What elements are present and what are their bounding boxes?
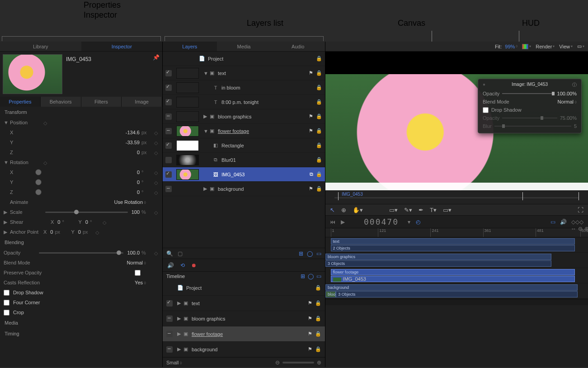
value-pos-x[interactable]: -134.6	[126, 130, 141, 135]
lock-icon[interactable]: 🔒	[316, 186, 322, 192]
timeline-scrollbar[interactable]	[325, 299, 588, 305]
value-scale[interactable]: 100	[132, 209, 141, 215]
keyframe-icon[interactable]: ◇	[95, 230, 100, 234]
disclosure-icon[interactable]: ▼	[203, 71, 207, 76]
behaviors-icon[interactable]: ◯	[307, 250, 313, 257]
clip-text[interactable]: text	[331, 238, 575, 245]
visibility-checkbox[interactable]	[165, 85, 172, 91]
record-icon[interactable]: ⏺	[191, 262, 197, 269]
subtab-filters[interactable]: Filters	[81, 97, 122, 107]
view-menu[interactable]: View▾	[559, 44, 573, 49]
visibility-checkbox[interactable]	[166, 316, 173, 322]
flag-icon[interactable]: ⚑	[309, 128, 313, 134]
in-marker[interactable]	[338, 192, 339, 200]
keyframe-icon[interactable]: ◇	[154, 130, 159, 135]
layer-row-time[interactable]: T8:00 p.m. tonight🔒	[163, 95, 325, 109]
visibility-checkbox[interactable]	[165, 70, 172, 76]
zoom-slider[interactable]	[282, 362, 314, 363]
value-rot-y[interactable]: 0	[137, 179, 141, 185]
value-rot-z[interactable]: 0	[137, 189, 141, 195]
flag-icon[interactable]: ⚑	[309, 186, 313, 192]
track-bloom[interactable]: bloom graphics 3 Objects	[325, 253, 588, 268]
rect-tool-icon[interactable]: ▭▾	[389, 207, 398, 213]
layout-icon[interactable]: ▢	[178, 250, 183, 257]
checkbox-dropshadow[interactable]	[4, 290, 9, 296]
tab-layers[interactable]: Layers	[163, 42, 217, 51]
timecode[interactable]: 000470	[364, 217, 399, 226]
pan-tool-icon[interactable]: ✋▾	[353, 207, 363, 213]
filters-icon[interactable]: ⊞	[301, 273, 305, 279]
keyframe-icon[interactable]: ◇	[154, 170, 159, 175]
lock-icon[interactable]: 🔒	[316, 99, 322, 105]
visibility-checkbox[interactable]	[165, 157, 172, 163]
visibility-checkbox[interactable]	[165, 142, 172, 149]
track-background[interactable]: background bloo 3 Objects	[325, 283, 588, 299]
pen-tool-icon[interactable]: ✒	[419, 207, 423, 213]
keyframe-icon[interactable]: ◇	[154, 210, 159, 214]
timeline-ruler[interactable]: 1 121 241 361 481 601 ↔ ⊖ ⊕	[325, 228, 588, 237]
audio-icon[interactable]: 🔊	[167, 262, 174, 269]
flag-icon[interactable]: ⚑	[308, 331, 312, 337]
clip-flower-sub[interactable]: IMG_0453	[331, 276, 575, 282]
disclosure-icon[interactable]: ▶	[177, 331, 181, 337]
flag-icon[interactable]: ⚑	[309, 113, 313, 119]
keyframe-icon[interactable]: ◇	[154, 250, 159, 255]
keyframe-icon[interactable]: ◇	[154, 180, 159, 184]
visibility-checkbox[interactable]	[166, 300, 173, 307]
loop-icon[interactable]: ⟲	[180, 262, 185, 269]
canvas-viewport[interactable]: 8:00 p.m. tonight in bloom Image: IMG_04…	[325, 52, 588, 190]
lock-icon[interactable]: 🔒	[316, 70, 322, 76]
rotation-dial[interactable]	[35, 179, 42, 185]
checkbox-preserve-opacity[interactable]	[135, 270, 141, 276]
dropdown-blendmode[interactable]: Normal	[127, 260, 148, 265]
disclosure-icon[interactable]: ▶	[177, 300, 181, 306]
opacity-slider[interactable]	[39, 252, 123, 254]
disclosure-icon[interactable]: ▶	[177, 346, 181, 352]
masks-icon[interactable]: ▭	[316, 273, 321, 279]
lock-icon[interactable]: 🔒	[315, 300, 321, 306]
disclosure-icon[interactable]: ▶	[203, 186, 207, 192]
flag-icon[interactable]: ⚑	[308, 346, 312, 352]
lock-icon[interactable]: 🔒	[316, 128, 322, 134]
rotation-dial[interactable]	[35, 189, 42, 195]
lock-icon[interactable]: 🔒	[315, 346, 321, 352]
value-pos-y[interactable]: -33.59	[126, 140, 141, 145]
visibility-checkbox[interactable]	[165, 171, 172, 178]
value-anchor-y[interactable]: 0	[78, 229, 83, 235]
zoom-out-icon[interactable]: ⊖	[275, 359, 280, 366]
skip-back-icon[interactable]: ⏮	[330, 219, 335, 225]
value-rot-x[interactable]: 0	[137, 170, 141, 175]
dropdown-animate[interactable]: Use Rotation	[114, 199, 148, 205]
dropdown-casts[interactable]: Yes	[135, 280, 148, 285]
zoom-in-icon[interactable]: ⊕	[317, 359, 321, 366]
play-icon[interactable]: ▶	[341, 219, 345, 225]
timecode-menu-icon[interactable]: ▾	[408, 219, 410, 225]
value-anchor-x[interactable]: 0	[50, 229, 55, 235]
layer-row-blur[interactable]: ⧉Blur01🔒	[163, 153, 325, 167]
flag-icon[interactable]: ⚑	[308, 300, 312, 306]
video-icon[interactable]: ▭	[550, 219, 555, 225]
keyframe-icon[interactable]: ◇	[43, 120, 48, 125]
checkbox-fourcorner[interactable]	[4, 300, 9, 306]
clip-text-sub[interactable]: 2 Objects	[331, 245, 575, 251]
tab-audio[interactable]: Audio	[271, 42, 325, 51]
value-shear-y[interactable]: 0	[85, 219, 90, 225]
colorwell[interactable]	[522, 44, 528, 49]
keyframe-icon[interactable]: ◇	[103, 220, 107, 224]
clip-background[interactable]: background	[325, 284, 578, 291]
value-shear-x[interactable]: 0	[57, 219, 62, 225]
zoom-in-icon[interactable]: ⊕	[584, 226, 588, 232]
disclosure-icon[interactable]: ▼	[4, 120, 8, 125]
clock-icon[interactable]: ◴	[416, 219, 420, 225]
hud-dropshadow-checkbox[interactable]	[483, 107, 489, 113]
layer-row-bloom-graphics[interactable]: ▶▣bloom graphics⚑🔒	[163, 109, 325, 124]
visibility-checkbox[interactable]	[166, 331, 173, 337]
layer-row-inbloom[interactable]: Tin bloom🔒	[163, 80, 325, 95]
disclosure-icon[interactable]: ▶	[4, 219, 8, 225]
value-opacity[interactable]: 100.0	[127, 250, 141, 255]
track-text[interactable]: text 2 Objects	[325, 237, 588, 253]
lock-icon[interactable]: 🔒	[315, 331, 321, 337]
timeline-size-dropdown[interactable]: Small	[166, 360, 182, 365]
keyframe-icon[interactable]: ◇	[154, 150, 159, 155]
layer-row-text-group[interactable]: ▼▣text⚑🔒	[163, 66, 325, 80]
